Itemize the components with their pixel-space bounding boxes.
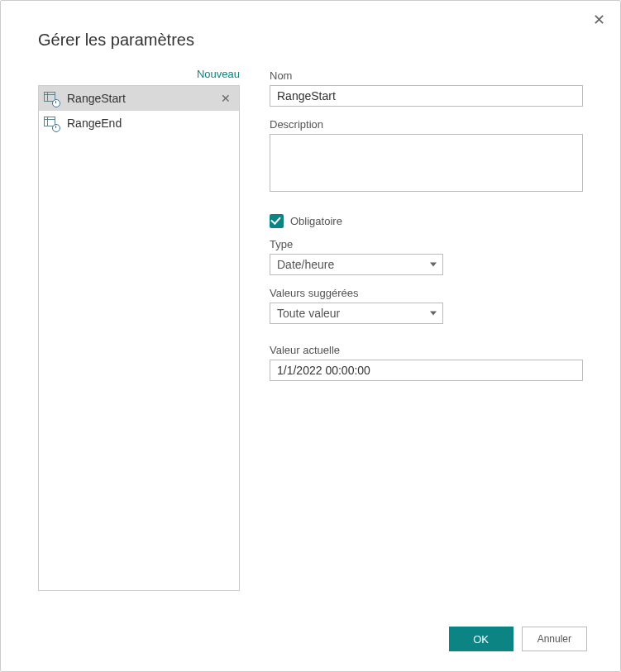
current-value-label: Valeur actuelle xyxy=(270,344,583,356)
close-icon[interactable]: ✕ xyxy=(593,12,605,27)
parameter-datetime-icon xyxy=(44,117,59,130)
parameter-item-label: RangeStart xyxy=(67,92,219,105)
type-select[interactable]: Date/heure xyxy=(270,254,443,275)
delete-parameter-icon[interactable]: ✕ xyxy=(219,92,232,105)
name-label: Nom xyxy=(270,69,583,82)
new-parameter-link[interactable]: Nouveau xyxy=(38,68,240,85)
description-label: Description xyxy=(270,118,583,131)
current-value-input[interactable] xyxy=(270,360,583,381)
parameter-datetime-icon xyxy=(44,92,59,105)
type-label: Type xyxy=(270,238,583,250)
type-select-value: Date/heure xyxy=(277,258,334,271)
suggested-values-select[interactable]: Toute valeur xyxy=(270,303,443,324)
dialog-title: Gérer les paramètres xyxy=(1,1,620,68)
description-input[interactable] xyxy=(270,134,583,192)
parameter-item-rangeend[interactable]: RangeEnd xyxy=(39,111,239,136)
parameter-item-label: RangeEnd xyxy=(67,117,232,130)
required-label: Obligatoire xyxy=(290,215,342,227)
cancel-button[interactable]: Annuler xyxy=(522,627,587,651)
ok-button[interactable]: OK xyxy=(449,627,514,651)
parameter-item-rangestart[interactable]: RangeStart ✕ xyxy=(39,86,239,111)
suggested-values-label: Valeurs suggérées xyxy=(270,287,583,299)
name-input[interactable] xyxy=(270,85,583,107)
required-checkbox[interactable] xyxy=(270,214,284,228)
parameter-list: RangeStart ✕ RangeEnd xyxy=(38,85,240,591)
suggested-values-select-value: Toute valeur xyxy=(277,307,340,320)
parameter-form: Nom Description Obligatoire Type Date/he… xyxy=(270,68,583,591)
parameter-sidebar: Nouveau RangeStart ✕ RangeEnd xyxy=(38,68,240,591)
